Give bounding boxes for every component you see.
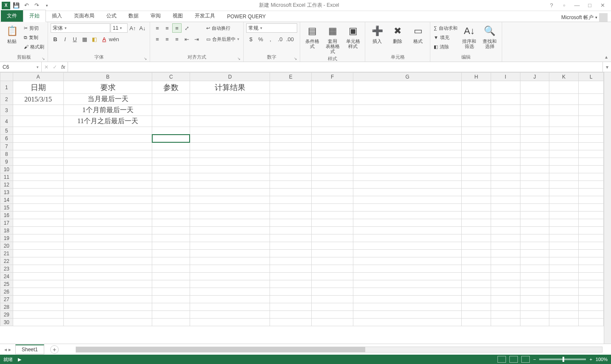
row-header-6[interactable]: 6	[0, 135, 13, 143]
cell-G6[interactable]	[353, 135, 462, 143]
cell-A20[interactable]	[13, 242, 63, 250]
cell-L4[interactable]	[578, 116, 603, 127]
cell-H24[interactable]	[462, 273, 491, 280]
cell-J27[interactable]	[520, 296, 549, 303]
cell-C1[interactable]: 参数	[152, 81, 190, 94]
cell-D18[interactable]	[190, 227, 270, 234]
cell-A17[interactable]	[13, 219, 63, 227]
cell-G9[interactable]	[353, 158, 462, 166]
sheet-tab[interactable]: Sheet1	[15, 344, 44, 354]
tab-insert[interactable]: 插入	[46, 10, 68, 22]
cell-I1[interactable]	[491, 81, 520, 94]
cell-H19[interactable]	[462, 234, 491, 242]
cell-L12[interactable]	[578, 181, 603, 189]
cell-G1[interactable]	[353, 81, 462, 94]
cell-J26[interactable]	[520, 288, 549, 296]
cell-B23[interactable]	[63, 265, 152, 273]
cell-A16[interactable]	[13, 212, 63, 219]
row-header-12[interactable]: 12	[0, 181, 13, 189]
minimize-icon[interactable]: —	[573, 2, 581, 8]
cell-L24[interactable]	[578, 273, 603, 280]
cell-J6[interactable]	[520, 135, 549, 143]
cell-E11[interactable]	[270, 173, 312, 181]
cell-H3[interactable]	[462, 105, 491, 116]
tab-data[interactable]: 数据	[122, 10, 145, 22]
cell-H16[interactable]	[462, 212, 491, 219]
cell-A4[interactable]	[13, 116, 63, 127]
cell-A2[interactable]: 2015/3/15	[13, 94, 63, 105]
cell-styles-button[interactable]: ▣单元格样式	[344, 23, 362, 50]
cell-I16[interactable]	[491, 212, 520, 219]
cell-K20[interactable]	[549, 242, 579, 250]
number-format-select[interactable]: 常规▾	[246, 23, 297, 33]
formula-input[interactable]	[68, 62, 602, 72]
cell-K27[interactable]	[549, 296, 579, 303]
cell-J10[interactable]	[520, 166, 549, 173]
cell-G13[interactable]	[353, 189, 462, 196]
zoom-slider[interactable]	[539, 358, 586, 360]
cell-H21[interactable]	[462, 250, 491, 257]
format-painter-button[interactable]: 🖌格式刷	[23, 42, 45, 51]
cell-J24[interactable]	[520, 273, 549, 280]
cell-K19[interactable]	[549, 234, 579, 242]
cell-E29[interactable]	[270, 311, 312, 319]
cell-I15[interactable]	[491, 204, 520, 212]
comma-button[interactable]: ,	[266, 34, 275, 44]
cell-E8[interactable]	[270, 150, 312, 158]
cell-H29[interactable]	[462, 311, 491, 319]
cell-F5[interactable]	[312, 127, 353, 135]
cell-K4[interactable]	[549, 116, 579, 127]
row-header-10[interactable]: 10	[0, 166, 13, 173]
fill-color-button[interactable]: ◧	[90, 34, 99, 44]
cell-L20[interactable]	[578, 242, 603, 250]
undo-icon[interactable]: ↶	[22, 1, 31, 10]
cell-K25[interactable]	[549, 280, 579, 288]
orientation-button[interactable]: ⤢	[182, 23, 191, 33]
font-color-button[interactable]: A	[99, 34, 109, 44]
cell-G19[interactable]	[353, 234, 462, 242]
col-header-B[interactable]: B	[63, 73, 152, 81]
cell-D24[interactable]	[190, 273, 270, 280]
enter-formula-icon[interactable]: ✓	[53, 64, 57, 70]
cell-C18[interactable]	[152, 227, 190, 234]
cell-H7[interactable]	[462, 143, 491, 150]
cell-I21[interactable]	[491, 250, 520, 257]
cell-C23[interactable]	[152, 265, 190, 273]
cell-A27[interactable]	[13, 296, 63, 303]
cell-K26[interactable]	[549, 288, 579, 296]
cell-F22[interactable]	[312, 257, 353, 265]
cell-L13[interactable]	[578, 189, 603, 196]
cell-J18[interactable]	[520, 227, 549, 234]
cell-H25[interactable]	[462, 280, 491, 288]
cell-C24[interactable]	[152, 273, 190, 280]
border-button[interactable]: ▦	[80, 34, 89, 44]
cell-A25[interactable]	[13, 280, 63, 288]
row-header-14[interactable]: 14	[0, 196, 13, 204]
cell-K16[interactable]	[549, 212, 579, 219]
cell-A15[interactable]	[13, 204, 63, 212]
cell-K10[interactable]	[549, 166, 579, 173]
cell-B8[interactable]	[63, 150, 152, 158]
cell-H10[interactable]	[462, 166, 491, 173]
cell-B5[interactable]	[63, 127, 152, 135]
help-icon[interactable]: ?	[547, 2, 556, 8]
cell-D10[interactable]	[190, 166, 270, 173]
cell-A29[interactable]	[13, 311, 63, 319]
font-name-select[interactable]: 宋体▾	[51, 23, 110, 33]
cell-D5[interactable]	[190, 127, 270, 135]
cell-H9[interactable]	[462, 158, 491, 166]
row-header-7[interactable]: 7	[0, 143, 13, 150]
cell-F16[interactable]	[312, 212, 353, 219]
cell-E21[interactable]	[270, 250, 312, 257]
cell-K18[interactable]	[549, 227, 579, 234]
cell-H17[interactable]	[462, 219, 491, 227]
cell-H8[interactable]	[462, 150, 491, 158]
cell-B28[interactable]	[63, 303, 152, 311]
zoom-level[interactable]: 100%	[596, 357, 608, 362]
cell-I6[interactable]	[491, 135, 520, 143]
cell-D13[interactable]	[190, 189, 270, 196]
cell-B6[interactable]	[63, 135, 152, 143]
row-header-13[interactable]: 13	[0, 189, 13, 196]
cell-G30[interactable]	[353, 319, 462, 326]
cell-G8[interactable]	[353, 150, 462, 158]
